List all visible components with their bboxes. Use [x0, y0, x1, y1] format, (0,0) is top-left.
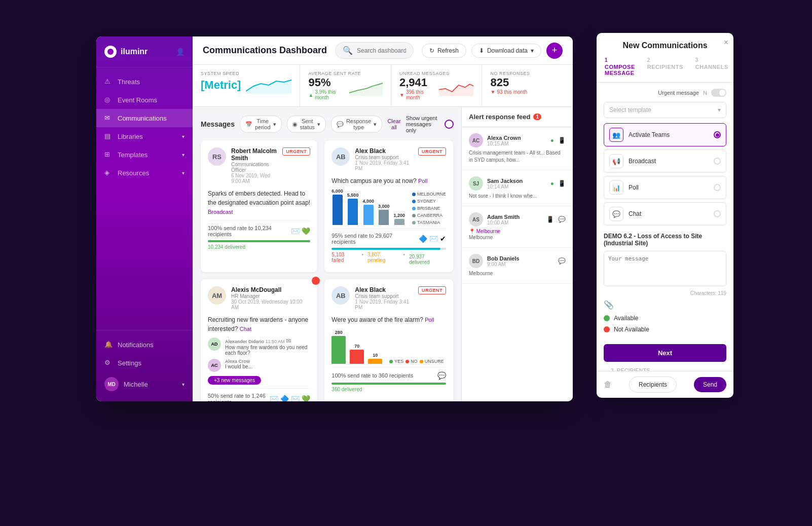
urgent-toggle[interactable] [711, 89, 726, 97]
new-communications-panel: × New Communications 1 COMPOSE MESSAGE 2… [597, 33, 733, 398]
new-communication-button[interactable]: + [546, 43, 563, 59]
radio-poll[interactable] [714, 184, 721, 191]
chevron-down-icon: ▾ [374, 121, 377, 128]
event-rooms-icon: ◎ [104, 96, 113, 104]
alert-location: 📍 Melbourne [469, 229, 566, 234]
sidebar-item-resources[interactable]: ◈ Resources ▾ [96, 164, 193, 182]
alert-person-info: Adam Smith 10:00 AM [487, 214, 520, 226]
chat-icon: ✉️ [291, 395, 300, 401]
poll-chart: 6,000 5,500 4,000 [331, 190, 446, 225]
new-messages-badge[interactable]: +3 new messages [208, 375, 310, 384]
calendar-icon: 📅 [245, 121, 252, 128]
template-select[interactable]: Select template ▾ [604, 102, 726, 118]
recipients-button[interactable]: Recipients [629, 377, 677, 393]
threats-icon: ⚠ [104, 78, 113, 86]
sidebar-item-notifications[interactable]: 🔔 Notifications [96, 335, 193, 354]
alert-name: Sam Jackson [487, 178, 523, 184]
metric-value: [Metric] [201, 79, 241, 92]
email-icon: ✉️ [270, 395, 278, 401]
panel-header: Messages 📅 Time period ▾ ◉ Sent status ▾ [201, 115, 453, 133]
alert-item: AC Alexa Crown 10:15 AM ● 📱 Crisis manag… [462, 127, 573, 170]
step-indicator: 1 COMPOSE MESSAGE 2 RECIPIENTS 3 CHANNEL… [605, 57, 725, 82]
progress-fill [331, 383, 446, 385]
sidebar-item-communications[interactable]: ✉ Communications [96, 109, 193, 127]
response-icon: 💬 [337, 121, 344, 128]
sender-avatar: AM [208, 286, 226, 305]
time-period-filter[interactable]: 📅 Time period ▾ [240, 116, 282, 133]
trash-button[interactable]: 🗑 [604, 380, 612, 389]
top-actions: ↻ Refresh ⬇ Download data ▾ + [422, 43, 563, 59]
step-channels: 3 CHANNELS [695, 57, 728, 70]
chevron-down-icon: ▾ [182, 152, 184, 158]
step-label: COMPOSE MESSAGE [605, 64, 635, 76]
sender-avatar: RS [208, 147, 226, 166]
message-footer: 95% send rate to 29,607 recipients 🔷 ✉️ … [331, 228, 446, 245]
urgent-toggle-switch[interactable] [445, 120, 454, 129]
chevron-down-icon: ▾ [531, 47, 534, 54]
message-type[interactable]: Poll [425, 317, 434, 323]
available-dot [604, 315, 610, 321]
alert-item: AS Adam Smith 10:00 AM 📱 💬 📍 Melbourne M… [462, 206, 573, 248]
radio-broadcast[interactable] [714, 158, 721, 165]
alert-person-info: Sam Jackson 10:14 AM [487, 178, 523, 190]
urgent-badge: URGENT [282, 147, 310, 156]
whatsapp-icon: 💚 [302, 227, 310, 235]
user-profile[interactable]: MD Michelle ▾ [96, 372, 193, 396]
alert-time: 10:14 AM [487, 184, 523, 190]
panel-body: Urgent message N Select template ▾ 👥 Act… [597, 83, 733, 371]
message-header: RS Robert Malcolm Smith Communications O… [208, 147, 310, 184]
libraries-icon: ▤ [104, 132, 113, 140]
chat-message: AC Alexa Crow I would be... [208, 359, 310, 372]
sidebar-item-label: Notifications [118, 341, 154, 349]
sender-role: Crisis team support [355, 155, 413, 160]
metric-no-responses: NO RESPONSES 825 ▼ 93 this month [482, 65, 573, 106]
bar-canberra [379, 210, 389, 225]
alert-time: 10:00 AM [487, 220, 520, 226]
alert-text: Melbourne [469, 234, 566, 241]
comm-type-chat[interactable]: 💬 Chat [604, 202, 726, 226]
comm-type-poll[interactable]: 📊 Poll [604, 176, 726, 199]
search-bar[interactable]: 🔍 [335, 42, 414, 59]
sidebar-item-settings[interactable]: ⚙ Settings [96, 354, 193, 372]
download-button[interactable]: ⬇ Download data ▾ [471, 44, 541, 58]
search-input[interactable] [357, 47, 406, 54]
sidebar-item-event-rooms[interactable]: ◎ Event Rooms [96, 91, 193, 109]
toggle-dot [446, 121, 453, 128]
logo-text: iluminr [121, 47, 147, 56]
step-label: RECIPIENTS [647, 64, 683, 70]
alert-header: Alert response feed 1 [462, 107, 573, 127]
notifications-icon: 🔔 [104, 341, 113, 349]
delivered-count: 20,937 delivered [409, 254, 446, 265]
close-button[interactable]: × [724, 38, 728, 47]
send-button[interactable]: Send [694, 377, 726, 392]
sender-avatar: AB [331, 147, 350, 166]
response-type-filter[interactable]: 💬 Response type ▾ [331, 116, 383, 133]
sidebar-item-threats[interactable]: ⚠ Threats [96, 72, 193, 91]
filter-label: Time period [255, 118, 271, 130]
available-label: Available [614, 315, 638, 322]
chat-avatar: AC [208, 359, 221, 372]
sent-status-filter[interactable]: ◉ Sent status ▾ [287, 116, 326, 133]
message-type[interactable]: Broadcast [208, 209, 233, 215]
alert-avatar: AS [469, 212, 483, 227]
sidebar-item-templates[interactable]: ⊞ Templates ▾ [96, 145, 193, 164]
comm-type-activate-teams[interactable]: 👥 Activate Teams [604, 123, 726, 146]
radio-chat[interactable] [714, 210, 721, 217]
clear-filters-button[interactable]: Clear all [387, 118, 400, 130]
message-header: AB Alex Black Crisis team support 1 Nov … [331, 147, 446, 171]
radio-activate-teams[interactable] [714, 131, 721, 138]
refresh-button[interactable]: ↻ Refresh [422, 44, 466, 58]
topbar: Communications Dashboard 🔍 ↻ Refresh ⬇ D… [193, 36, 573, 65]
message-type[interactable]: Chat [240, 326, 251, 332]
message-type[interactable]: Poll [418, 178, 427, 184]
message-content: Sparks of embers detected. Head to the d… [208, 189, 310, 216]
comm-type-broadcast[interactable]: 📢 Broadcast [604, 149, 726, 173]
sidebar-item-libraries[interactable]: ▤ Libraries ▾ [96, 127, 193, 145]
sidebar-item-label: Templates [118, 151, 147, 159]
panel-footer: 🗑 Recipients Send [597, 371, 733, 398]
bar-yes [331, 336, 346, 364]
message-textarea[interactable] [604, 251, 726, 286]
urgent-toggle: Show urgent messages only [406, 115, 454, 133]
next-button[interactable]: Next [604, 344, 726, 362]
attach-icon[interactable]: 📎 [604, 300, 726, 310]
